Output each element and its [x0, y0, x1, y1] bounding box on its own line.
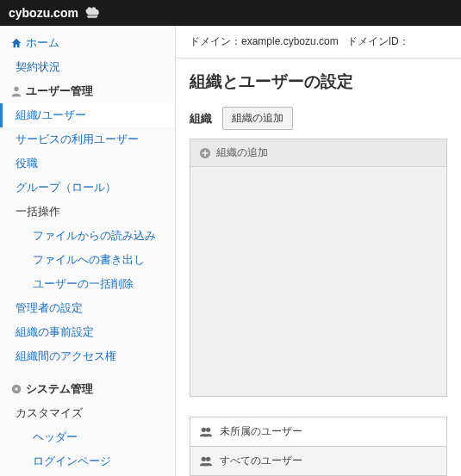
sidebar-contract[interactable]: 契約状況 — [0, 55, 175, 79]
sidebar-org-pre[interactable]: 組織の事前設定 — [0, 320, 175, 344]
sidebar-customize: カスタマイズ — [0, 401, 175, 425]
user-filter-rows: 未所属のユーザー すべてのユーザー — [190, 417, 447, 476]
sidebar-org-access[interactable]: 組織間のアクセス権 — [0, 344, 175, 368]
content-area: ドメイン：example.cybozu.com ドメインID： 組織とユーザーの… — [176, 26, 461, 476]
svg-point-0 — [14, 87, 18, 91]
domain-value: example.cybozu.com — [241, 35, 339, 47]
users-icon — [199, 426, 213, 438]
all-users-row[interactable]: すべてのユーザー — [190, 447, 447, 476]
all-users-label: すべてのユーザー — [220, 454, 302, 468]
sidebar-user-mgmt-header: ユーザー管理 — [0, 79, 175, 103]
sidebar-service-users[interactable]: サービスの利用ユーザー — [0, 127, 175, 151]
add-org-button[interactable]: 組織の追加 — [222, 107, 293, 130]
org-tree-box: 組織の追加 — [190, 139, 447, 397]
user-icon — [10, 85, 22, 97]
users-icon — [199, 455, 213, 467]
tree-add-org-row[interactable]: 組織の追加 — [190, 139, 446, 167]
brand-text: cybozu.com — [9, 6, 78, 20]
sidebar-home-label: ホーム — [26, 35, 59, 51]
domain-info-bar: ドメイン：example.cybozu.com ドメインID： — [176, 26, 461, 59]
sidebar-admin-settings[interactable]: 管理者の設定 — [0, 296, 175, 320]
sidebar-bulk-write[interactable]: ファイルへの書き出し — [0, 248, 175, 272]
sidebar-sys-mgmt-header: システム管理 — [0, 377, 175, 401]
sidebar-groups[interactable]: グループ（ロール） — [0, 176, 175, 200]
domain-label: ドメイン： — [190, 35, 241, 47]
sidebar-custom-header[interactable]: ヘッダー — [0, 425, 175, 449]
sidebar-org-user[interactable]: 組織/ユーザー — [0, 103, 175, 127]
unassigned-users-row[interactable]: 未所属のユーザー — [190, 417, 447, 447]
sidebar-home[interactable]: ホーム — [0, 31, 175, 55]
org-header-row: 組織 組織の追加 — [176, 107, 461, 139]
sidebar-roles[interactable]: 役職 — [0, 151, 175, 176]
org-tree-empty — [190, 167, 446, 397]
svg-point-9 — [206, 456, 210, 461]
tree-add-org-label: 組織の追加 — [216, 145, 268, 160]
home-icon — [10, 37, 22, 49]
main-container: ホーム 契約状況 ユーザー管理 組織/ユーザー サービスの利用ユーザー 役職 グ… — [0, 26, 461, 476]
domain-id-label: ドメインID： — [347, 35, 409, 47]
topbar: cybozu.com — [0, 0, 461, 26]
svg-point-6 — [202, 427, 206, 431]
unassigned-users-label: 未所属のユーザー — [220, 424, 302, 439]
plus-circle-icon — [199, 147, 211, 159]
brand-logo-icon — [84, 5, 103, 21]
svg-rect-5 — [202, 152, 209, 154]
gear-icon — [10, 383, 22, 395]
svg-point-2 — [15, 387, 18, 391]
org-label: 組織 — [190, 111, 212, 127]
sidebar-custom-login[interactable]: ログインページ — [0, 449, 175, 473]
sidebar-bulk-delete[interactable]: ユーザーの一括削除 — [0, 272, 175, 296]
page-title: 組織とユーザーの設定 — [176, 59, 461, 107]
svg-point-7 — [206, 427, 210, 431]
sidebar-bulk: 一括操作 — [0, 200, 175, 224]
sidebar: ホーム 契約状況 ユーザー管理 組織/ユーザー サービスの利用ユーザー 役職 グ… — [0, 26, 176, 476]
svg-point-8 — [202, 456, 206, 461]
sidebar-bulk-read[interactable]: ファイルからの読み込み — [0, 224, 175, 248]
